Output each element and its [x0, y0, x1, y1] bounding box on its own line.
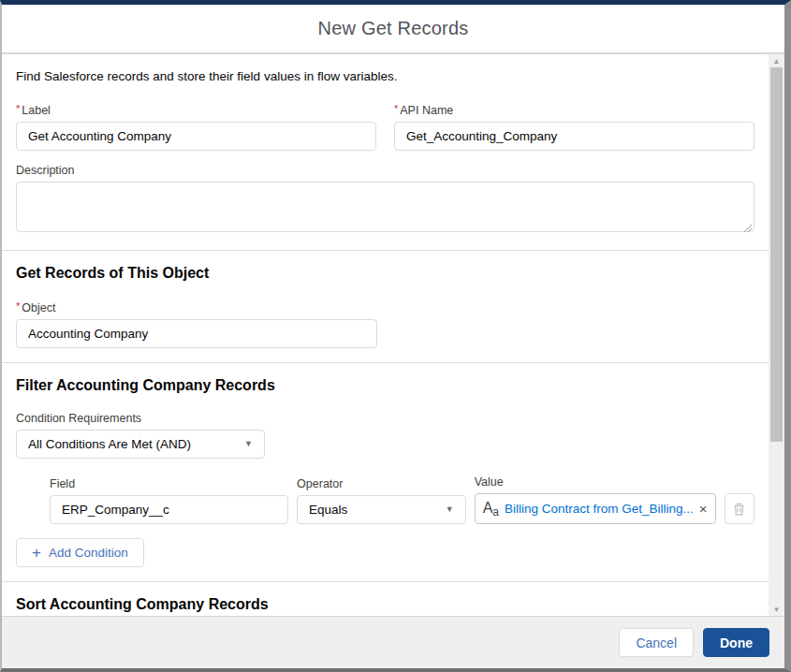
label-field-label: *Label: [16, 103, 376, 117]
condition-field-label: Field: [50, 477, 288, 490]
required-asterisk: *: [16, 300, 20, 312]
scrollbar[interactable]: ▲ ▼: [769, 54, 784, 616]
add-condition-label: Add Condition: [49, 546, 128, 560]
description-textarea[interactable]: [16, 182, 754, 232]
cancel-button[interactable]: Cancel: [619, 628, 694, 657]
condition-value-text: Billing Contract from Get_Billing...: [505, 502, 694, 516]
section-divider: [2, 581, 784, 582]
condition-row: Field Operator Equals ▼ Value Aa Billing…: [50, 475, 754, 524]
scrollbar-track[interactable]: [769, 67, 784, 603]
plus-icon: +: [32, 545, 41, 561]
section-divider: [2, 362, 784, 363]
condition-field-input[interactable]: [50, 495, 288, 524]
label-input[interactable]: [16, 122, 376, 151]
condition-requirements-select[interactable]: All Conditions Are Met (AND) ▼: [16, 430, 265, 459]
chevron-down-icon: ▼: [446, 505, 454, 514]
condition-value-pill[interactable]: Aa Billing Contract from Get_Billing... …: [475, 493, 716, 524]
condition-requirements-value: All Conditions Are Met (AND): [28, 437, 191, 451]
api-name-input[interactable]: [394, 122, 754, 151]
scroll-down-icon[interactable]: ▼: [769, 603, 784, 616]
condition-operator-label: Operator: [297, 477, 466, 490]
delete-condition-button[interactable]: [725, 493, 754, 524]
text-type-icon: Aa: [483, 500, 499, 519]
object-input[interactable]: [16, 319, 377, 348]
condition-value-label: Value: [475, 475, 716, 489]
api-name-field-label: *API Name: [394, 103, 754, 117]
scroll-up-icon[interactable]: ▲: [769, 54, 784, 67]
object-field-label: *Object: [16, 300, 377, 314]
modal-intro-text: Find Salesforce records and store their …: [16, 69, 754, 83]
scrollbar-thumb[interactable]: [770, 67, 783, 442]
filter-section-heading: Filter Accounting Company Records: [16, 377, 754, 394]
description-field-label: Description: [16, 164, 754, 177]
modal-footer: Cancel Done: [2, 616, 784, 668]
close-icon[interactable]: ×: [699, 501, 708, 517]
trash-icon: [732, 502, 746, 517]
resize-handle[interactable]: [743, 224, 752, 232]
modal-title: New Get Records: [318, 18, 469, 39]
modal-body: Find Salesforce records and store their …: [2, 54, 784, 616]
condition-operator-select[interactable]: Equals ▼: [297, 495, 466, 524]
section-divider: [2, 250, 784, 251]
required-asterisk: *: [394, 103, 398, 114]
condition-requirements-label: Condition Requirements: [16, 412, 754, 425]
condition-operator-value: Equals: [309, 503, 347, 517]
chevron-down-icon: ▼: [244, 440, 253, 448]
new-get-records-modal: New Get Records Find Salesforce records …: [0, 0, 791, 672]
modal-header: New Get Records: [2, 5, 784, 54]
required-asterisk: *: [16, 103, 20, 114]
sort-section-heading: Sort Accounting Company Records: [16, 596, 754, 613]
add-condition-button[interactable]: + Add Condition: [16, 538, 144, 567]
done-button[interactable]: Done: [703, 628, 769, 657]
object-section-heading: Get Records of This Object: [16, 265, 754, 282]
